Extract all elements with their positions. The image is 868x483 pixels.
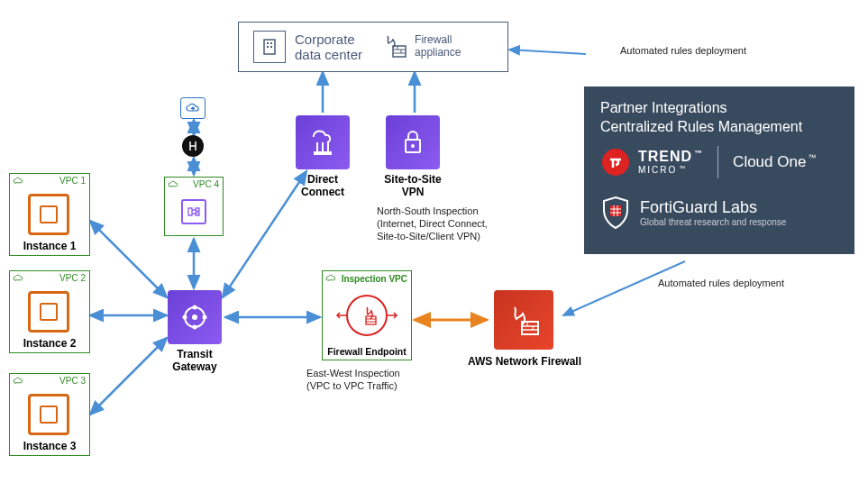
instance-3-label: Instance 3	[10, 440, 89, 452]
svg-point-8	[411, 144, 415, 148]
svg-rect-28	[610, 205, 621, 216]
instance-1-label: Instance 1	[10, 240, 89, 252]
fortiguard-row: FortiGuard Labs Global threat research a…	[600, 195, 838, 231]
partner-title-line1: Partner Integrations	[600, 99, 838, 118]
arrow-vpc1-tgw	[90, 221, 167, 297]
east-west-text: East-West Inspection (VPC to VPC Traffic…	[306, 368, 442, 393]
instance-chip-icon	[28, 394, 69, 435]
firewall-endpoint-icon	[346, 295, 388, 336]
svg-rect-9	[264, 40, 275, 54]
cloud-one-text: Cloud One™	[733, 153, 816, 171]
aws-network-firewall-icon	[494, 290, 553, 350]
svg-point-1	[192, 314, 197, 320]
svg-rect-11	[270, 42, 272, 44]
svg-rect-12	[267, 46, 269, 48]
transit-gateway-label: Transit Gateway	[168, 348, 222, 373]
vpc-2-label: VPC 2	[59, 273, 86, 283]
ns-line1: North-South Inspection	[377, 205, 512, 218]
vpc-4-box: VPC 4	[164, 177, 224, 236]
ew-line1: East-West Inspection	[306, 368, 442, 380]
svg-point-27	[602, 149, 629, 176]
aws-nfw-label: AWS Network Firewall	[461, 355, 588, 368]
direct-connect-icon	[296, 115, 350, 169]
svg-point-5	[203, 315, 207, 320]
vpc-4-label: VPC 4	[193, 179, 219, 189]
cloud-icon	[13, 376, 25, 387]
fortiguard-text: FortiGuard Labs Global threat research a…	[640, 198, 786, 227]
trend-bottom: MICRO	[638, 165, 677, 175]
nat-like-icon	[182, 135, 204, 157]
ns-line3: Site-to-Site/Client VPN)	[377, 231, 512, 243]
cloud-icon	[13, 273, 25, 284]
north-south-text: North-South Inspection (Internet, Direct…	[377, 205, 512, 242]
deploy-label-top: Automated rules deployment	[620, 45, 800, 58]
svg-rect-13	[270, 46, 272, 48]
cloud-icon	[325, 273, 338, 284]
inspection-vpc-label: Inspection VPC	[342, 274, 407, 284]
ns-line2: (Internet, Direct Connect,	[377, 218, 512, 231]
svg-point-4	[183, 315, 187, 320]
partner-integrations-box: Partner Integrations Centralized Rules M…	[584, 87, 854, 254]
trend-micro-row: TREND™ MICRO™ Cloud One™	[600, 146, 838, 178]
cloud-icon	[168, 179, 180, 190]
fa-line1: Firewall	[415, 34, 461, 47]
cloud-upload-icon	[180, 97, 206, 119]
svg-rect-6	[314, 151, 332, 155]
svg-rect-10	[267, 42, 269, 44]
arrow-partner-corp	[509, 50, 586, 54]
svg-point-3	[193, 325, 197, 330]
corp-title-line1: Corporate	[295, 32, 362, 47]
ew-line2: (VPC to VPC Traffic)	[306, 380, 442, 393]
direct-connect-label: Direct Connect	[287, 173, 359, 198]
fortiguard-shield-icon	[600, 195, 631, 231]
partner-title: Partner Integrations Centralized Rules M…	[600, 99, 838, 137]
trend-micro-text: TREND™ MICRO™	[638, 149, 703, 175]
building-icon	[253, 31, 286, 63]
corp-title-line2: data center	[295, 47, 362, 62]
vpc-3-label: VPC 3	[59, 376, 86, 386]
vpc-2-box: VPC 2 Instance 2	[9, 270, 90, 353]
cloud-one-label: Cloud One	[733, 153, 806, 171]
corporate-data-center-box: Corporate data center Firewall appliance	[238, 22, 508, 72]
svg-point-2	[193, 305, 197, 310]
deploy-label-bottom: Automated rules deployment	[658, 278, 838, 290]
vpc-3-box: VPC 3 Instance 3	[9, 373, 90, 456]
vpc-1-box: VPC 1 Instance 1	[9, 173, 90, 256]
trend-top: TREND	[638, 149, 692, 165]
firewall-endpoint-label: Firewall Endpoint	[323, 346, 411, 357]
forti-sub: Global threat research and response	[640, 217, 786, 227]
site-vpn-label: Site-to-Site VPN	[377, 173, 449, 198]
partner-title-line2: Centralized Rules Management	[600, 118, 838, 137]
firewall-appliance-label: Firewall appliance	[415, 34, 461, 59]
arrow-vpc3-tgw	[90, 338, 167, 415]
trend-micro-logo-icon	[600, 147, 631, 178]
forti-title: FortiGuard Labs	[640, 198, 786, 217]
firewall-appliance-icon	[379, 32, 409, 62]
partner-divider	[717, 146, 718, 178]
cloud-icon	[13, 176, 25, 187]
instance-chip-icon	[28, 194, 69, 235]
site-vpn-icon	[386, 115, 440, 169]
instance-2-label: Instance 2	[10, 337, 89, 350]
vpc4-inner-icon	[181, 199, 206, 224]
instance-chip-icon	[28, 291, 69, 333]
inspection-vpc-box: Inspection VPC Firewall Endpoint	[322, 270, 412, 360]
fa-line2: appliance	[415, 47, 461, 59]
vpc-1-label: VPC 1	[59, 176, 86, 186]
corp-title: Corporate data center	[295, 32, 362, 63]
svg-rect-14	[393, 46, 406, 57]
transit-gateway-icon	[168, 290, 222, 344]
firewall-appliance-group: Firewall appliance	[379, 32, 461, 62]
